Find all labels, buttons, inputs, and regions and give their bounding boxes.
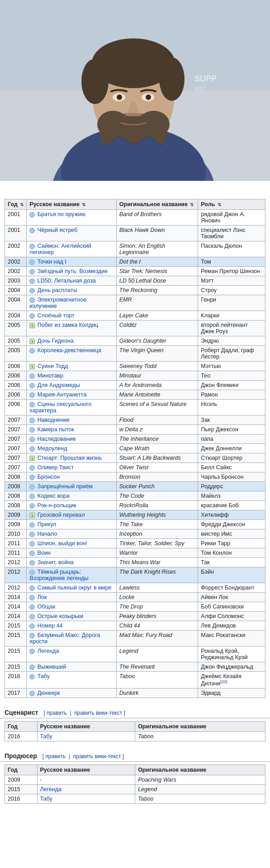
table-cell-original: Dot the I [116,257,198,267]
russian-title-link[interactable]: Прикуп [38,521,57,528]
table-cell-russian: Точки над I [27,257,116,267]
russian-title-link[interactable]: Минотавр [38,373,63,379]
russian-title-link[interactable]: День расплаты [38,287,77,293]
table-cell-original: Flood [116,415,198,425]
russian-title-link[interactable]: Тёмный рыцарь: Возрождение легенды [29,569,88,581]
table-cell-year: 2004 [5,311,27,321]
russian-title-link[interactable]: Наводнение [38,417,70,423]
original-title: Dunkirk [119,690,138,696]
table-cell-role: Зак [198,415,265,425]
table-cell-role: Чарльз Бронсон [198,472,265,482]
film-icon [29,595,35,600]
svg-point-9 [159,57,185,101]
film-icon [29,259,35,265]
original-title: Stuart: A Life Backwards [119,455,181,461]
russian-title-link[interactable]: Общак [38,604,56,610]
russian-sort-icon[interactable]: ⇅ [82,202,85,207]
russian-title-link[interactable]: Грозовой перевал [38,512,85,518]
russian-title-link[interactable]: Кодекс вора [38,493,70,499]
russian-title-link[interactable]: Шпион, выйди вон! [38,540,87,547]
film-icon [29,475,35,480]
russian-title-link[interactable]: Бронсон [38,474,60,480]
year-sort-icon[interactable]: ⇅ [20,202,24,207]
table-cell-role: Пьер Джексон [198,425,265,434]
svg-point-17 [122,116,145,123]
russian-title-link[interactable]: Для Андромеды [38,382,80,388]
sw-col-russian: Русское название [37,722,135,732]
russian-title-link[interactable]: Медоуленд [38,445,67,452]
table-cell-role: Генри [198,295,265,311]
russian-title-link[interactable]: Дюнкерк [38,690,60,696]
russian-title-link[interactable]: Побег из замка Колдиц [38,322,98,328]
original-title: The Take [119,521,143,528]
filmography-section: Год ⇅ Русское название ⇅ Оригинальное на… [0,199,270,698]
russian-title-link[interactable]: Камера пыток [38,426,74,433]
russian-title-link[interactable]: Начало [38,531,57,537]
table-cell-original: Band of Brothers [116,210,198,226]
russian-title-link[interactable]: Братья по оружию [38,211,85,217]
russian-title-link[interactable]: Оливер Твист [38,464,74,471]
russian-title-link[interactable]: Королева-девственница [38,347,101,354]
film-icon [29,649,35,654]
table-cell-russian: Королева-девственница [27,346,116,362]
russian-title-link[interactable]: Легенда [40,786,62,793]
russian-title-link[interactable]: Электромагнитное излучение [29,297,86,309]
russian-title-link[interactable]: Воин [38,550,51,556]
film-icon [29,392,35,398]
original-title: The Inheritance [119,436,159,442]
table-cell-original: Dunkirk [116,689,198,698]
russian-title-link[interactable]: Наследование [38,436,76,442]
russian-title-link[interactable]: Табу [38,673,50,679]
russian-title-link[interactable]: Саймон: Английский легионер [29,243,91,255]
russian-title-link[interactable]: Точки над I [38,259,66,265]
screenwriter-edit-link[interactable]: править [47,710,67,716]
table-cell-original: Gideon's Daughter [116,336,198,346]
russian-title-link[interactable]: Номер 44 [38,623,63,629]
russian-title-link[interactable]: Чёрный ястреб [38,227,77,233]
table-cell-russian: т Грозовой перевал [27,510,116,520]
screenwriter-edit-links: [ править | править вики-текст ] [43,710,125,716]
table-cell-russian: Начало [27,529,116,539]
film-icon [29,348,35,354]
col-header-year[interactable]: Год ⇅ [5,199,27,210]
table-cell-role: Мэттью [198,362,265,371]
producer-edit-link[interactable]: править [45,753,66,760]
russian-title-link[interactable]: Слоёный торт [38,312,75,319]
russian-title-link[interactable]: Сцены сексуального характера [29,401,91,414]
table-cell-year: 2009 [5,510,27,520]
russian-title-link[interactable]: LD50: Летальная доза [38,278,96,284]
producer-table: Год Русское название Оригинальное назван… [5,764,265,804]
col-header-russian[interactable]: Русское название ⇅ [27,199,116,210]
russian-title-link[interactable]: Табу [40,733,52,740]
original-sort-icon[interactable]: ⇅ [190,202,194,207]
original-title: Peaky blinders [119,613,156,619]
russian-title-link[interactable]: Звёздный путь: Возмездие [38,268,108,274]
col-header-role[interactable]: Роль ⇅ [198,199,265,210]
role-sort-icon[interactable]: ⇅ [218,202,221,207]
russian-title-link[interactable]: Значит, война [38,559,74,566]
russian-title-link[interactable]: Дочь Гидеона [38,338,74,344]
table-cell-russian: Звёздный путь: Возмездие [27,267,116,276]
russian-title-link[interactable]: Суини Тодд [38,363,68,369]
russian-title-link[interactable]: Табу [40,796,52,802]
russian-title-link[interactable]: Запрещённый приём [38,483,93,490]
russian-title-link[interactable]: Выживший [38,664,66,670]
russian-title-link[interactable]: Безумный Макс: Дорога ярости [29,632,100,645]
producer-edit-wiki-link[interactable]: править вики-текст [73,753,121,760]
russian-title-link[interactable]: Самый пьяный округ в мире [38,585,112,591]
sw-col-original: Оригинальное название [135,722,265,732]
table-cell-original: Sweeney Todd [116,362,198,371]
table-cell-russian: Минотавр [27,371,116,381]
col-header-original[interactable]: Оригинальное название ⇅ [116,199,198,210]
screenwriter-edit-wiki-link[interactable]: править вики-текст [74,710,122,716]
table-cell-original: Layer Cake [116,311,198,321]
russian-title-link[interactable]: Рок-н-рольщик [38,502,76,509]
russian-title-link[interactable]: Стюарт: Прошлая жизнь [38,455,102,461]
russian-title-link[interactable]: Лок [38,594,47,600]
table-cell-original: RocknRolla [116,501,198,510]
russian-title-link[interactable]: Острые козырьки [38,613,83,619]
film-icon [29,212,35,217]
table-cell-original: The Code [116,491,198,501]
russian-title-link[interactable]: Легенда [38,648,59,654]
russian-title-link[interactable]: Мария-Антуанетта [38,392,86,398]
